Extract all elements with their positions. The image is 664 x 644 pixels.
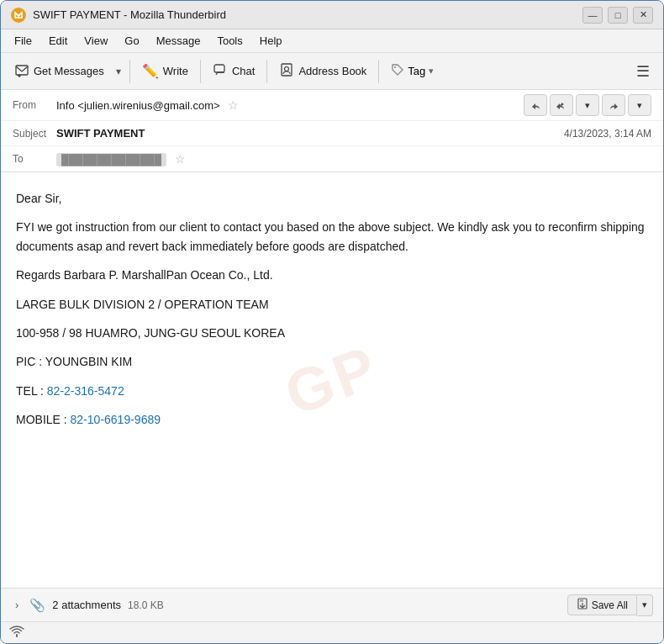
hamburger-menu-button[interactable]: ☰	[630, 59, 656, 84]
to-value: ██████████████ ☆	[56, 152, 651, 166]
forward-button[interactable]	[602, 94, 625, 116]
to-address-redacted: ██████████████	[56, 153, 166, 166]
get-messages-icon	[14, 62, 29, 81]
attachment-size: 18.0 KB	[128, 599, 164, 611]
menu-edit[interactable]: Edit	[42, 32, 74, 50]
body-paragraph: FYI we got instruction from our client t…	[16, 218, 648, 256]
date-value: 4/13/2023, 3:14 AM	[564, 128, 651, 140]
email-body: GP Dear Sir, FYI we got instruction from…	[1, 172, 663, 588]
chat-button[interactable]: Chat	[206, 59, 261, 84]
address-line: 100-958 / 98 HUAMRO, JUNG-GU SEOUL KOREA	[16, 324, 648, 342]
save-all-button[interactable]: Save All	[567, 594, 637, 615]
attachment-expand-button[interactable]: ›	[11, 597, 23, 613]
get-messages-dropdown[interactable]: ▾	[113, 62, 124, 81]
from-row: From Info <julien.wirenius@gmail.com> ☆	[1, 90, 663, 121]
reply-actions: ▾ ▾	[524, 94, 651, 116]
reply-button[interactable]	[524, 94, 547, 116]
menu-tools[interactable]: Tools	[210, 32, 249, 50]
tel-line: TEL : 82-2-316-5472	[16, 382, 648, 400]
to-label: To	[13, 153, 56, 165]
subject-row: Subject SWIFT PAYMENT 4/13/2023, 3:14 AM	[1, 121, 663, 146]
window-controls: — □ ✕	[582, 7, 653, 24]
to-row: To ██████████████ ☆	[1, 146, 663, 172]
svg-point-4	[285, 66, 289, 71]
app-icon	[11, 8, 26, 23]
tag-dropdown-icon: ▾	[429, 66, 434, 77]
greeting: Dear Sir,	[16, 189, 648, 208]
window-title: SWIFT PAYMENT - Mozilla Thunderbird	[33, 8, 582, 21]
regards-line: Regards Barbara P. MarshallPan Ocean Co.…	[16, 266, 648, 284]
tel-label: TEL :	[16, 384, 47, 398]
address-book-icon	[279, 62, 294, 81]
tel-link[interactable]: 82-2-316-5472	[47, 384, 124, 398]
chat-label: Chat	[232, 65, 255, 77]
write-icon: ✏️	[142, 63, 159, 79]
tag-label: Tag	[408, 65, 425, 77]
save-all-group: Save All ▾	[567, 594, 653, 616]
tag-button[interactable]: Tag ▾	[384, 60, 440, 82]
mobile-link[interactable]: 82-10-6619-9689	[71, 413, 161, 426]
write-button[interactable]: ✏️ Write	[135, 60, 195, 82]
menu-bar: File Edit View Go Message Tools Help	[1, 29, 663, 53]
from-label: From	[13, 99, 56, 111]
chat-icon	[213, 62, 228, 81]
get-messages-label: Get Messages	[34, 65, 104, 77]
write-label: Write	[163, 65, 188, 77]
svg-point-5	[394, 66, 396, 68]
maximize-button[interactable]: □	[608, 7, 628, 24]
from-address: Info <julien.wirenius@gmail.com>	[56, 99, 220, 112]
svg-rect-1	[16, 66, 28, 75]
wifi-icon	[9, 626, 24, 640]
from-star-icon[interactable]: ☆	[228, 98, 239, 112]
tag-icon	[391, 63, 404, 79]
to-star-icon[interactable]: ☆	[175, 152, 186, 166]
subject-label: Subject	[13, 128, 56, 140]
svg-rect-2	[214, 65, 224, 72]
sep4	[378, 60, 379, 83]
paperclip-icon: 📎	[29, 598, 45, 613]
mobile-line: MOBILE : 82-10-6619-9689	[16, 410, 648, 429]
save-all-label: Save All	[592, 599, 628, 611]
app-window: SWIFT PAYMENT - Mozilla Thunderbird — □ …	[0, 0, 664, 644]
svg-rect-7	[580, 599, 583, 602]
title-bar: SWIFT PAYMENT - Mozilla Thunderbird — □ …	[1, 1, 663, 29]
attachment-bar: › 📎 2 attachments 18.0 KB Save All ▾	[1, 588, 663, 621]
status-bar	[1, 621, 663, 643]
email-header: From Info <julien.wirenius@gmail.com> ☆	[1, 90, 663, 172]
pic-line: PIC : YOUNGBIN KIM	[16, 352, 648, 371]
save-icon	[577, 598, 588, 612]
get-messages-button[interactable]: Get Messages	[8, 59, 111, 84]
sep3	[266, 60, 267, 83]
menu-view[interactable]: View	[77, 32, 114, 50]
save-all-dropdown-button[interactable]: ▾	[637, 594, 653, 616]
toolbar: Get Messages ▾ ✏️ Write Chat	[1, 53, 663, 90]
email-body-content: Dear Sir, FYI we got instruction from ou…	[16, 189, 648, 430]
close-button[interactable]: ✕	[633, 7, 653, 24]
minimize-button[interactable]: —	[582, 7, 603, 24]
forward-dropdown-button[interactable]: ▾	[628, 94, 651, 116]
reply-all-button[interactable]	[550, 94, 573, 116]
division-line: LARGE BULK DIVISION 2 / OPERATION TEAM	[16, 295, 648, 314]
attachment-count: 2 attachments	[52, 599, 121, 611]
menu-file[interactable]: File	[8, 32, 39, 50]
mobile-label: MOBILE :	[16, 413, 71, 426]
address-book-button[interactable]: Address Book	[272, 59, 373, 84]
from-value: Info <julien.wirenius@gmail.com> ☆	[56, 98, 524, 112]
sep2	[200, 60, 201, 83]
menu-message[interactable]: Message	[150, 32, 208, 50]
sep1	[129, 60, 130, 83]
menu-go[interactable]: Go	[118, 32, 145, 50]
address-book-label: Address Book	[298, 65, 366, 77]
menu-help[interactable]: Help	[253, 32, 289, 50]
reply-dropdown-button[interactable]: ▾	[576, 94, 599, 116]
subject-value: SWIFT PAYMENT	[56, 127, 564, 140]
